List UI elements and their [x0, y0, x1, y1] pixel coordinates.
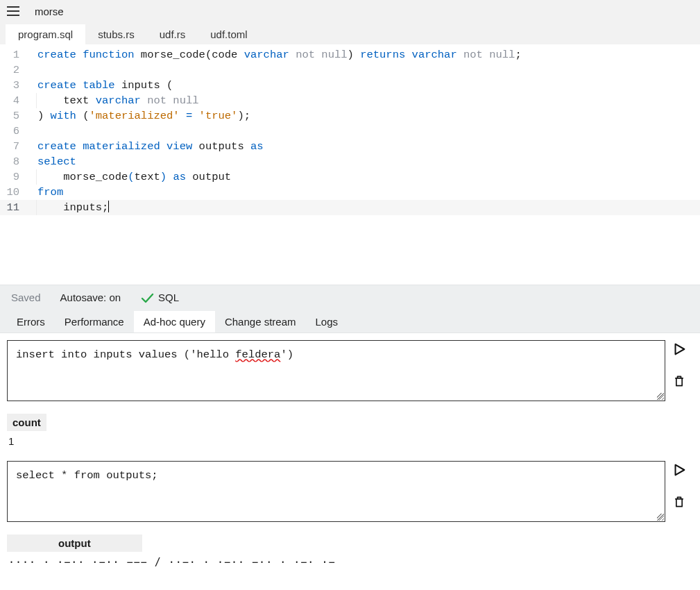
code-editor[interactable]: 1 create function morse_code(code varcha… [0, 44, 700, 285]
result-value: 1 [7, 431, 693, 448]
result-header: count [7, 414, 46, 431]
query-actions-1 [665, 340, 693, 390]
code-line-6[interactable] [29, 124, 700, 139]
query-block-2: select * from outputs; [7, 461, 693, 522]
bottom-panel-tabs: Errors Performance Ad-hoc query Change s… [0, 310, 700, 333]
sql-status: SQL [140, 291, 179, 305]
autosave-status: Autosave: on [60, 292, 121, 303]
tab-udf-rs[interactable]: udf.rs [147, 24, 198, 44]
code-line-11[interactable]: inputs; [29, 200, 700, 215]
status-bar: Saved Autosave: on SQL [0, 285, 700, 310]
line-number: 7 [0, 139, 29, 154]
checkmark-icon [140, 291, 154, 305]
code-line-5[interactable]: ) with ('materialized' = 'true'); [29, 108, 700, 124]
delete-query-button[interactable] [672, 374, 686, 390]
code-line-3[interactable]: create table inputs ( [29, 78, 700, 93]
tab-errors[interactable]: Errors [7, 311, 55, 332]
delete-query-button[interactable] [672, 495, 686, 511]
editor-blank-area[interactable] [0, 215, 700, 285]
tab-stubs-rs[interactable]: stubs.rs [85, 24, 147, 44]
code-line-10[interactable]: from [29, 185, 700, 200]
code-line-2[interactable] [29, 62, 700, 78]
line-number: 8 [0, 154, 29, 169]
code-line-7[interactable]: create materialized view outputs as [29, 139, 700, 154]
query-input-2[interactable]: select * from outputs; [7, 461, 665, 522]
query-block-1: insert into inputs values ('hello felder… [7, 340, 693, 401]
text-cursor [108, 201, 109, 212]
tab-logs[interactable]: Logs [306, 311, 348, 332]
adhoc-query-panel: insert into inputs values ('hello felder… [0, 333, 700, 590]
code-line-4[interactable]: text varchar not null [29, 93, 700, 108]
tab-performance[interactable]: Performance [55, 311, 134, 332]
line-number: 6 [0, 124, 29, 139]
query-result-2: output ···· · ·−·· ·−·· −−− / ··−· · ·−·… [7, 534, 693, 570]
tab-change-stream[interactable]: Change stream [215, 311, 306, 332]
code-line-8[interactable]: select [29, 154, 700, 169]
run-query-button[interactable] [672, 462, 687, 480]
query-actions-2 [665, 461, 693, 511]
file-tabs: program.sql stubs.rs udf.rs udf.toml [0, 22, 700, 44]
result-value: ···· · ·−·· ·−·· −−− / ··−· · ·−·· −·· ·… [7, 552, 693, 570]
save-status: Saved [11, 292, 41, 303]
line-number: 4 [0, 93, 29, 108]
line-number: 1 [0, 47, 29, 62]
line-number: 5 [0, 108, 29, 124]
query-input-1[interactable]: insert into inputs values ('hello felder… [7, 340, 665, 401]
tab-adhoc-query[interactable]: Ad-hoc query [134, 311, 215, 332]
line-number: 9 [0, 169, 29, 185]
line-number: 10 [0, 185, 29, 200]
tab-program-sql[interactable]: program.sql [6, 24, 85, 44]
code-line-1[interactable]: create function morse_code(code varchar … [29, 47, 700, 62]
query-result-1: count 1 [7, 414, 693, 448]
line-number: 3 [0, 78, 29, 93]
tab-udf-toml[interactable]: udf.toml [198, 24, 259, 44]
line-number: 2 [0, 62, 29, 78]
pipeline-title: morse [35, 6, 64, 17]
hamburger-menu-icon[interactable] [7, 4, 21, 18]
run-query-button[interactable] [672, 342, 687, 359]
result-header: output [7, 534, 142, 552]
app-header: morse [0, 0, 700, 22]
code-line-9[interactable]: morse_code(text) as output [29, 169, 700, 185]
line-number: 11 [0, 200, 29, 215]
